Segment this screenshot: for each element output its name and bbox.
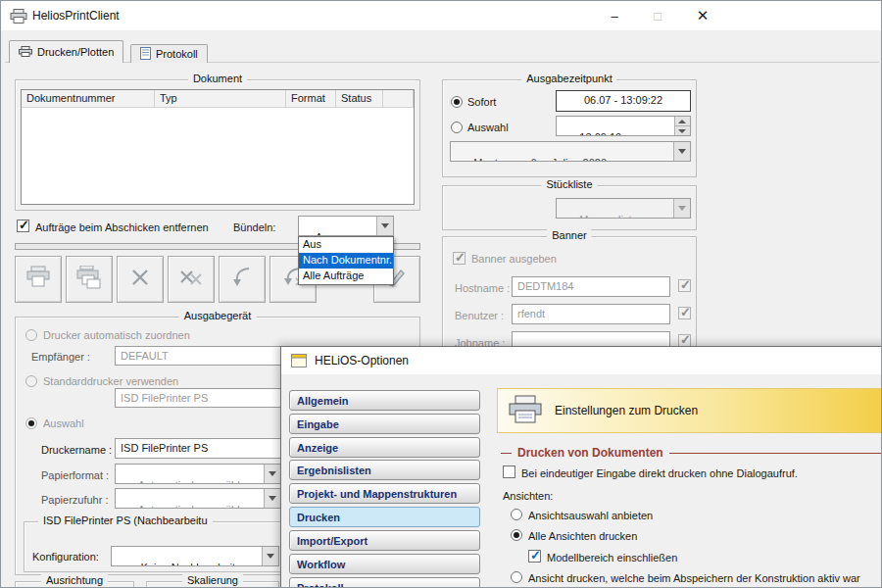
radio-auswahl-label: Auswahl <box>43 417 84 429</box>
papierformat-combobox[interactable]: Automatisch auswählen <box>115 464 281 484</box>
dropdown-item-alle-auftraege[interactable]: Alle Aufträge <box>299 269 393 284</box>
section-title: Drucken von Dokumenten <box>517 446 663 460</box>
sidebar-item-projekt-und-mappenstrukturen[interactable]: Projekt- und Mappenstrukturen <box>289 483 480 504</box>
radio-aktive-ansicht-label: Ansicht drucken, welche beim Abspeichern… <box>528 572 860 584</box>
sidebar-item-allgemein[interactable]: Allgemein <box>289 390 480 411</box>
tab-drucken-plotten[interactable]: Drucken/Plotten <box>9 40 123 63</box>
radio-aktive-ansicht[interactable] <box>511 571 522 583</box>
print-selected-button[interactable] <box>15 256 62 303</box>
ausgabezeitpunkt-group-label: Ausgabezeitpunkt <box>521 73 616 84</box>
standarddrucker-field[interactable]: ISD FilePrinter PS <box>115 388 281 408</box>
hostname-field[interactable]: DEDTM184 <box>512 276 670 297</box>
table-header-format[interactable]: Format <box>286 90 336 108</box>
minimize-button[interactable]: – <box>595 1 634 30</box>
spin-up-icon[interactable] <box>674 117 690 125</box>
banner-ausgeben-label: Banner ausgeben <box>471 253 557 265</box>
dropdown-arrow-icon[interactable] <box>376 217 393 235</box>
options-header-banner: Einstellungen zum Drucken <box>497 388 882 433</box>
radio-ansichtsauswahl-label: Ansichtsauswahl anbieten <box>528 510 653 521</box>
ausgabezeitpunkt-group: Ausgabezeitpunkt Sofort 06.07 - 13:09:22… <box>442 79 697 177</box>
table-header-status[interactable]: Status <box>336 90 383 108</box>
stueckliste-value: Mengenliste <box>579 214 637 219</box>
dropdown-item-nach-dokumentnr[interactable]: Nach Dokumentnr. <box>299 253 393 269</box>
delete-selected-button[interactable] <box>117 256 164 303</box>
sidebar-item-protokoll[interactable]: Protokoll <box>289 577 480 588</box>
dokument-table[interactable]: Dokumentnummer Typ Format Status <box>21 89 415 205</box>
sidebar-item-anzeige[interactable]: Anzeige <box>289 437 480 458</box>
banner-group-label: Banner <box>547 229 591 241</box>
radio-auswahl-zeit[interactable] <box>451 122 463 133</box>
options-window-title: HELiOS-Optionen <box>315 354 409 368</box>
dropdown-arrow-icon[interactable] <box>264 489 280 508</box>
spin-down-icon[interactable] <box>674 125 690 135</box>
sidebar-item-workflow[interactable]: Workflow <box>289 554 480 574</box>
benutzer-checkbox[interactable] <box>678 307 691 319</box>
options-header-title: Einstellungen zum Drucken <box>555 404 698 417</box>
section-rule <box>669 453 882 454</box>
radio-alle-ansichten[interactable] <box>511 529 522 541</box>
section-dash <box>501 453 512 454</box>
hostname-checkbox[interactable] <box>678 279 691 292</box>
ausrichtung-group: Ausrichtung <box>15 581 134 588</box>
sidebar-item-eingabe[interactable]: Eingabe <box>289 414 480 434</box>
banner-ausgeben-checkbox[interactable] <box>453 252 466 265</box>
print-icon <box>24 266 52 293</box>
dokument-group-label: Dokument <box>188 73 247 84</box>
benutzer-field[interactable]: rfendt <box>512 304 670 324</box>
tab-protokoll[interactable]: Protokoll <box>130 44 208 63</box>
date-value: Montag , 6. Juli 2020 <box>473 157 607 162</box>
dropdown-arrow-icon[interactable] <box>673 142 690 161</box>
delete-all-icon <box>178 266 204 293</box>
papierzufuhr-combobox[interactable]: Automatisch auswählen <box>115 488 281 509</box>
dropdown-arrow-icon[interactable] <box>673 199 690 218</box>
buendeln-label: Bündeln: <box>233 221 275 233</box>
konfiguration-combobox[interactable]: Keine Nachbearbeitung <box>111 546 279 566</box>
radio-sofort-label: Sofort <box>467 96 496 108</box>
radio-ansichtsauswahl[interactable] <box>511 509 522 520</box>
empfaenger-field[interactable]: DEFAULT <box>115 346 281 366</box>
helios-print-client-titlebar: HeliosPrintClient – □ ✕ <box>1 1 881 30</box>
ausrichtung-group-label: Ausrichtung <box>41 574 108 586</box>
time-spinner-field[interactable]: 13:09:10 <box>556 116 691 136</box>
konfiguration-label: Konfiguration: <box>32 551 99 563</box>
requeue-job-button[interactable] <box>219 256 266 303</box>
print-all-button[interactable] <box>66 256 113 303</box>
dropdown-arrow-icon[interactable] <box>262 547 278 565</box>
tab-label: Protokoll <box>156 48 198 60</box>
sidebar-item-drucken[interactable]: Drucken <box>289 507 480 527</box>
empfaenger-label: Empfänger : <box>31 351 90 363</box>
papierzufuhr-label: Papierzufuhr : <box>41 494 108 506</box>
remove-jobs-checkbox[interactable] <box>17 220 29 232</box>
radio-auswahl[interactable] <box>25 417 37 429</box>
dropdown-arrow-icon[interactable] <box>264 465 280 483</box>
close-button[interactable]: ✕ <box>683 1 722 30</box>
nachbearbeitung-group-label: ISD FilePrinter PS (Nachbearbeitu <box>38 514 213 526</box>
buendeln-dropdown-list: Aus Nach Dokumentnr. Alle Aufträge <box>298 236 394 285</box>
radio-auswahl-zeit-label: Auswahl <box>467 122 509 133</box>
maximize-button[interactable]: □ <box>638 1 677 30</box>
printer-icon <box>19 46 32 59</box>
delete-all-button[interactable] <box>168 256 215 303</box>
radio-drucker-automatisch-label: Drucker automatisch zuordnen <box>43 329 190 341</box>
druckername-field[interactable]: ISD FilePrinter PS <box>115 438 281 459</box>
sidebar-item-import-export[interactable]: Import/Export <box>289 530 480 551</box>
papierformat-value: Automatisch auswählen <box>138 479 252 484</box>
curved-arrow-icon <box>229 266 255 293</box>
benutzer-label: Benutzer : <box>455 310 504 321</box>
sofort-datetime-field: 06.07 - 13:09:22 <box>556 90 691 112</box>
radio-drucker-automatisch[interactable] <box>25 329 37 341</box>
checkbox-modellbereich[interactable] <box>528 550 541 563</box>
sidebar-item-ergebnislisten[interactable]: Ergebnislisten <box>289 460 480 480</box>
checkbox-direct-print[interactable] <box>503 466 515 478</box>
radio-standarddrucker[interactable] <box>25 375 37 387</box>
time-value: 13:09:10 <box>579 131 621 136</box>
table-header-typ[interactable]: Typ <box>155 90 286 108</box>
buendeln-combobox[interactable]: Aus <box>298 216 394 236</box>
printer-app-icon <box>10 9 27 27</box>
time-spinner <box>674 117 690 135</box>
table-header-dokumentnummer[interactable]: Dokumentnummer <box>22 90 155 108</box>
radio-sofort[interactable] <box>451 96 463 108</box>
dropdown-item-aus[interactable]: Aus <box>299 237 393 253</box>
date-combobox[interactable]: Montag , 6. Juli 2020 <box>450 141 691 162</box>
mengenliste-combobox[interactable]: Mengenliste <box>556 198 691 219</box>
